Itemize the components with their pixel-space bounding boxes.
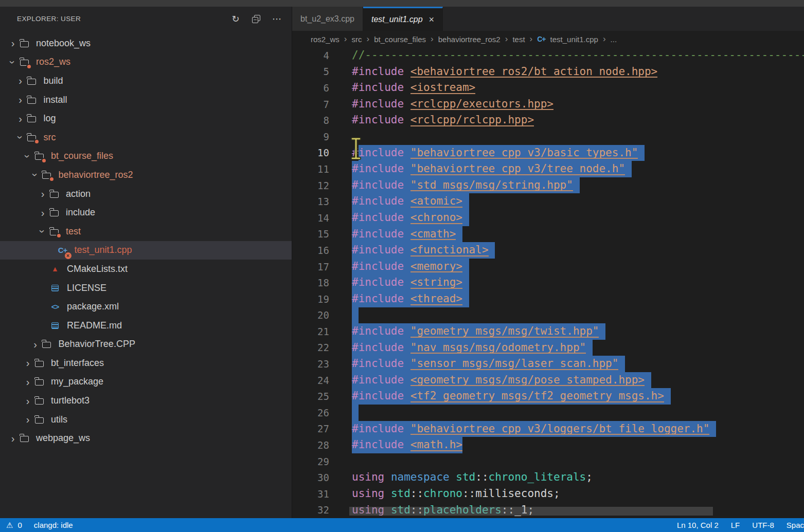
line-number[interactable]: 29 — [292, 456, 329, 467]
code-line-7[interactable]: 7#include <rclcpp/executors.hpp> — [292, 96, 804, 113]
tree-item-log[interactable]: ›log — [0, 109, 292, 128]
tree-item-action[interactable]: ›action — [0, 185, 292, 204]
code-line-15[interactable]: 15#include <cmath> — [292, 226, 804, 243]
tree-item-README.md[interactable]: README.md — [0, 316, 292, 335]
chevron-right-icon[interactable]: › — [37, 189, 48, 199]
tab-bt_u2_ex3.cpp[interactable]: bt_u2_ex3.cpp — [292, 7, 363, 31]
tree-item-test_unit1.cpp[interactable]: C+×test_unit1.cpp — [0, 241, 292, 260]
tree-item-BehaviorTree.CPP[interactable]: ›BehaviorTree.CPP — [0, 335, 292, 354]
breadcrumb-item-ros2_ws[interactable]: ros2_ws — [311, 35, 340, 44]
line-number[interactable]: 26 — [292, 407, 329, 418]
chevron-down-icon[interactable]: › — [30, 169, 41, 180]
chevron-right-icon[interactable]: › — [30, 339, 41, 350]
code-line-20[interactable]: 20 — [292, 307, 804, 324]
tree-item-utils[interactable]: ›utils — [0, 410, 292, 429]
chevron-right-icon[interactable]: › — [15, 95, 26, 105]
line-number[interactable]: 19 — [292, 293, 329, 305]
breadcrumb-item-bt_course_files[interactable]: bt_course_files — [374, 35, 426, 44]
code-line-4[interactable]: 4//-------------------------------------… — [292, 47, 804, 64]
tree-item-package.xml[interactable]: <>package.xml — [0, 297, 292, 316]
code-line-25[interactable]: 25#include <tf2_geometry_msgs/tf2_geomet… — [292, 388, 804, 405]
tree-item-webpage_ws[interactable]: ›webpage_ws — [0, 429, 292, 448]
horizontal-scrollbar[interactable] — [349, 507, 713, 516]
chevron-down-icon[interactable]: › — [15, 132, 26, 143]
tree-item-build[interactable]: ›build — [0, 71, 292, 90]
cursor-position[interactable]: Ln 10, Col 2 — [677, 521, 719, 529]
chevron-right-icon[interactable]: › — [15, 114, 26, 124]
tree-item-ros2_ws[interactable]: ›ros2_ws — [0, 53, 292, 72]
code-line-24[interactable]: 24#include <geometry_msgs/msg/pose_stamp… — [292, 372, 804, 389]
warning-count[interactable]: 0 — [17, 521, 22, 529]
code-line-9[interactable]: 9 — [292, 129, 804, 145]
line-number[interactable]: 7 — [292, 99, 329, 110]
code-line-8[interactable]: 8#include <rclcpp/rclcpp.hpp> — [292, 112, 804, 129]
chevron-right-icon[interactable]: › — [15, 76, 26, 86]
chevron-right-icon[interactable]: › — [22, 414, 33, 425]
chevron-right-icon[interactable]: › — [22, 358, 33, 368]
chevron-right-icon[interactable]: › — [7, 38, 19, 48]
more-actions-icon[interactable]: ⋯ — [270, 12, 283, 26]
tree-item-turtlebot3[interactable]: ›turtlebot3 — [0, 391, 292, 410]
warning-icon[interactable]: ⚠ — [6, 521, 13, 530]
collapse-folders-icon[interactable] — [249, 12, 263, 26]
line-number[interactable]: 23 — [292, 358, 329, 370]
line-number[interactable]: 25 — [292, 391, 329, 402]
code-line-17[interactable]: 17#include <memory> — [292, 259, 804, 275]
code-line-11[interactable]: 11#include "behaviortree_cpp_v3/tree_nod… — [292, 161, 804, 177]
tree-item-notebook_ws[interactable]: ›notebook_ws — [0, 34, 292, 53]
code-line-10[interactable]: 10#include "behaviortree_cpp_v3/basic_ty… — [292, 145, 804, 161]
line-number[interactable]: 21 — [292, 326, 329, 337]
code-line-28[interactable]: 28#include <math.h> — [292, 437, 804, 453]
chevron-right-icon[interactable]: › — [7, 433, 19, 444]
tree-item-my_package[interactable]: ›my_package — [0, 373, 292, 392]
code-line-14[interactable]: 14#include <chrono> — [292, 210, 804, 226]
code-line-29[interactable]: 29 — [292, 453, 804, 470]
breadcrumb-item-...[interactable]: ... — [611, 35, 617, 44]
chevron-right-icon[interactable]: › — [22, 396, 33, 406]
line-number[interactable]: 10 — [292, 147, 329, 158]
tab-test_unit1.cpp[interactable]: test_unit1.cpp× — [363, 7, 443, 31]
line-number[interactable]: 6 — [292, 82, 329, 94]
tree-item-bt_interfaces[interactable]: ›bt_interfaces — [0, 354, 292, 373]
tree-item-behaviortree_ros2[interactable]: ›behaviortree_ros2 — [0, 166, 292, 185]
breadcrumb-item-test_unit1.cpp[interactable]: test_unit1.cpp — [550, 35, 598, 44]
chevron-down-icon[interactable]: › — [38, 226, 48, 237]
code-line-12[interactable]: 12#include "std_msgs/msg/string.hpp" — [292, 177, 804, 194]
tree-item-CMakeLists.txt[interactable]: ▲CMakeLists.txt — [0, 260, 292, 279]
line-number[interactable]: 27 — [292, 423, 329, 434]
line-number[interactable]: 17 — [292, 261, 329, 272]
chevron-right-icon[interactable]: › — [22, 377, 33, 387]
code-line-13[interactable]: 13#include <atomic> — [292, 193, 804, 210]
tree-item-src[interactable]: ›src — [0, 128, 292, 147]
chevron-down-icon[interactable]: › — [8, 57, 18, 68]
refresh-icon[interactable]: ↻ — [229, 12, 242, 26]
line-number[interactable]: 4 — [292, 50, 329, 61]
tree-item-bt_course_files[interactable]: ›bt_course_files — [0, 147, 292, 166]
code-line-6[interactable]: 6#include <iostream> — [292, 80, 804, 96]
indent-indicator[interactable]: Spac — [787, 521, 804, 529]
tree-item-include[interactable]: ›include — [0, 203, 292, 222]
line-number[interactable]: 28 — [292, 439, 329, 451]
encoding-indicator[interactable]: UTF-8 — [752, 521, 774, 529]
code-line-16[interactable]: 16#include <functional> — [292, 242, 804, 259]
line-number[interactable]: 15 — [292, 228, 329, 240]
code-line-21[interactable]: 21#include "geometry_msgs/msg/twist.hpp" — [292, 323, 804, 340]
line-number[interactable]: 5 — [292, 66, 329, 77]
tree-item-test[interactable]: ›test — [0, 222, 292, 241]
line-number[interactable]: 11 — [292, 163, 329, 175]
code-line-31[interactable]: 31using std::chrono::milliseconds; — [292, 486, 804, 502]
chevron-right-icon[interactable]: › — [37, 208, 48, 218]
line-number[interactable]: 18 — [292, 277, 329, 288]
line-number[interactable]: 8 — [292, 115, 329, 126]
code-line-19[interactable]: 19#include <thread> — [292, 291, 804, 307]
code-line-30[interactable]: 30using namespace std::chrono_literals; — [292, 469, 804, 486]
line-number[interactable]: 30 — [292, 472, 329, 483]
chevron-down-icon[interactable]: › — [23, 151, 33, 162]
close-icon[interactable]: × — [429, 14, 435, 25]
line-number[interactable]: 31 — [292, 488, 329, 500]
code-line-22[interactable]: 22#include "nav_msgs/msg/odometry.hpp" — [292, 340, 804, 356]
tree-item-LICENSE[interactable]: LICENSE — [0, 279, 292, 298]
breadcrumb-item-behaviortree_ros2[interactable]: behaviortree_ros2 — [438, 35, 501, 44]
line-number[interactable]: 12 — [292, 180, 329, 191]
line-number[interactable]: 22 — [292, 342, 329, 353]
